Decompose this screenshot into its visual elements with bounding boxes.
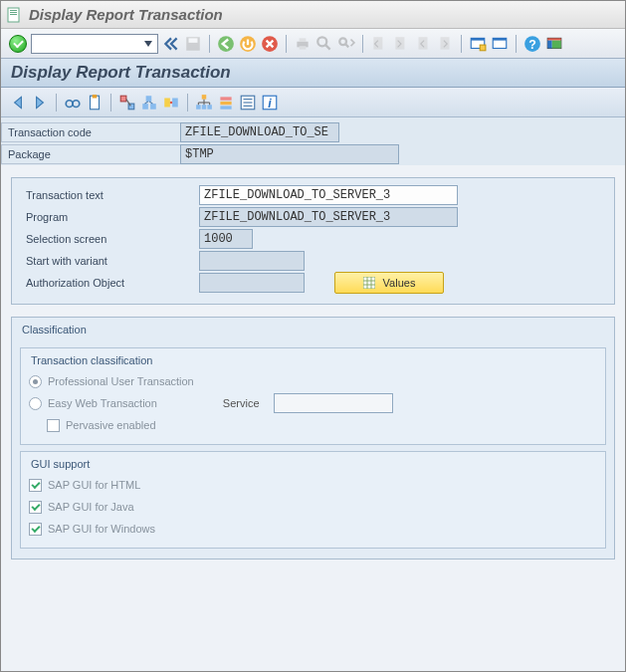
svg-rect-30 (552, 40, 561, 48)
program-label: Program (20, 207, 199, 227)
svg-rect-45 (172, 98, 178, 107)
system-toolbar: ? (1, 29, 625, 59)
svg-rect-46 (202, 95, 207, 100)
svg-rect-3 (10, 14, 17, 15)
svg-rect-10 (300, 38, 307, 41)
info-icon[interactable]: i (261, 94, 279, 112)
start-with-variant-field[interactable] (199, 251, 305, 271)
separator (516, 35, 517, 53)
gui-java-option[interactable]: SAP GUI for Java (29, 496, 597, 518)
list-icon[interactable] (239, 94, 257, 112)
transaction-code-field[interactable] (180, 122, 339, 142)
separator (209, 35, 210, 53)
transfer-icon[interactable] (162, 94, 180, 112)
classification-group: Classification Transaction classificatio… (11, 317, 615, 560)
next-page-icon[interactable] (414, 35, 432, 53)
svg-line-43 (149, 101, 152, 103)
selection-screen-field[interactable] (199, 229, 253, 249)
back-icon[interactable] (217, 35, 235, 53)
radio-icon (29, 397, 42, 410)
gui-windows-label: SAP GUI for Windows (48, 523, 155, 535)
shortcut-icon[interactable] (491, 35, 509, 53)
separator (187, 94, 188, 112)
transaction-code-label: Transaction code (1, 122, 180, 142)
radio-icon (29, 375, 42, 388)
print-icon[interactable] (294, 35, 312, 53)
values-button[interactable]: Values (334, 272, 444, 294)
transaction-code-row: Transaction code (1, 121, 625, 143)
gui-html-option[interactable]: SAP GUI for HTML (29, 474, 597, 496)
stack-icon[interactable] (217, 94, 235, 112)
glasses-icon[interactable] (64, 94, 82, 112)
svg-line-13 (325, 45, 330, 50)
svg-text:?: ? (528, 37, 536, 51)
pervasive-option[interactable]: Pervasive enabled (29, 414, 597, 436)
svg-rect-19 (441, 37, 450, 49)
transaction-text-field[interactable] (199, 185, 458, 205)
layout-icon[interactable] (545, 35, 563, 53)
svg-rect-28 (547, 38, 561, 40)
package-row: Package (1, 143, 625, 165)
separator (286, 35, 287, 53)
svg-rect-39 (146, 96, 152, 102)
transaction-classification-title: Transaction classification (27, 354, 156, 366)
classification-group-title: Classification (18, 324, 91, 336)
cancel-icon[interactable] (261, 35, 279, 53)
start-with-variant-row: Start with variant (20, 250, 606, 272)
application-toolbar: i (1, 88, 625, 117)
nav-icon[interactable] (140, 94, 158, 112)
svg-point-31 (66, 100, 73, 107)
prev-page-icon[interactable] (392, 35, 410, 53)
new-session-icon[interactable] (469, 35, 487, 53)
enter-button[interactable] (9, 35, 27, 53)
last-page-icon[interactable] (436, 35, 454, 53)
svg-rect-2 (10, 12, 17, 13)
back-double-icon[interactable] (162, 35, 180, 53)
service-field[interactable] (274, 393, 393, 413)
checkbox-icon (29, 523, 42, 536)
selection-screen-label: Selection screen (20, 229, 199, 249)
tree-icon[interactable] (195, 94, 213, 112)
arrow-left-icon[interactable] (9, 94, 27, 112)
save-icon[interactable] (184, 35, 202, 53)
professional-user-option[interactable]: Professional User Transaction (29, 370, 597, 392)
command-field[interactable] (31, 34, 158, 54)
easy-web-option[interactable]: Easy Web Transaction Service (29, 392, 597, 414)
detail-group: Transaction text Program Selection scree… (11, 177, 615, 305)
svg-rect-57 (220, 106, 231, 109)
start-with-variant-label: Start with variant (20, 251, 199, 271)
page-header: Display Report Transaction (1, 59, 625, 88)
package-field[interactable] (180, 144, 399, 164)
separator (56, 94, 57, 112)
grid-icon (363, 277, 375, 289)
find-icon[interactable] (315, 35, 333, 53)
hierarchy-cube-icon[interactable] (118, 94, 136, 112)
separator (461, 35, 462, 53)
arrow-right-icon[interactable] (31, 94, 49, 112)
checkbox-icon (29, 479, 42, 492)
svg-rect-11 (300, 46, 307, 49)
exit-icon[interactable] (239, 35, 257, 53)
titlebar: Display Report Transaction (1, 1, 625, 29)
content-area: Display Report Transaction i Transaction… (1, 59, 625, 671)
program-field[interactable] (199, 207, 458, 227)
svg-line-15 (345, 44, 348, 47)
svg-rect-1 (10, 10, 17, 11)
svg-text:i: i (268, 96, 272, 110)
svg-point-12 (317, 37, 326, 46)
gui-java-label: SAP GUI for Java (48, 501, 134, 513)
find-next-icon[interactable] (337, 35, 355, 53)
svg-rect-55 (220, 97, 231, 100)
first-page-icon[interactable] (370, 35, 388, 53)
authorization-object-field[interactable] (199, 273, 305, 293)
svg-rect-40 (142, 104, 148, 110)
transaction-text-label: Transaction text (20, 185, 199, 205)
help-icon[interactable]: ? (523, 35, 541, 53)
program-row: Program (20, 206, 606, 228)
gui-windows-option[interactable]: SAP GUI for Windows (29, 518, 597, 540)
svg-rect-64 (363, 277, 375, 289)
svg-rect-35 (93, 95, 98, 98)
svg-rect-49 (207, 105, 212, 110)
clipboard-icon[interactable] (86, 94, 104, 112)
transaction-text-row: Transaction text (20, 184, 606, 206)
